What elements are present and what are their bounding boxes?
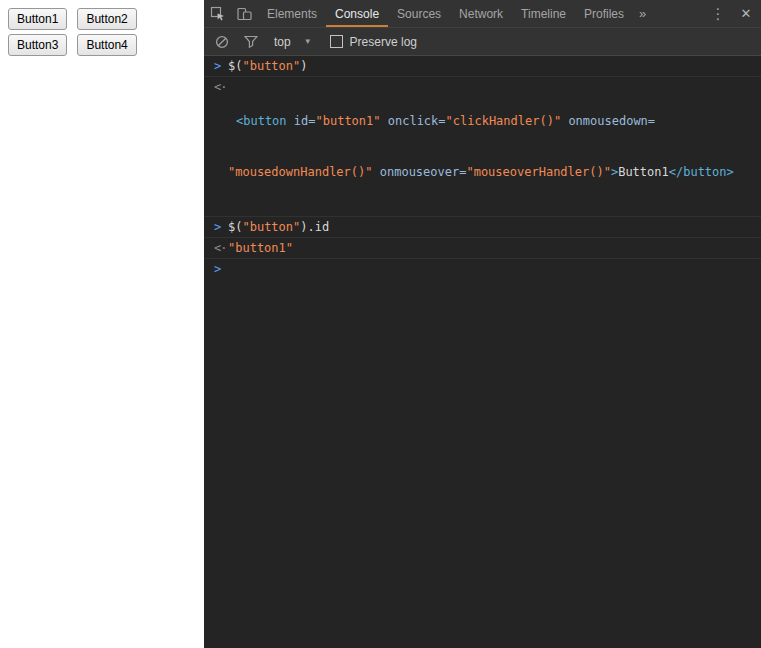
console-result-string: <· "button1": [204, 238, 761, 259]
tab-network-label: Network: [459, 7, 503, 21]
preserve-log-toggle[interactable]: Preserve log: [330, 35, 417, 49]
element-line-2: "mousedownHandler()" onmouseover="mouseo…: [228, 164, 755, 181]
tab-elements-label: Elements: [267, 7, 317, 21]
web-page: Button1 Button2 Button3 Button4: [0, 0, 204, 648]
page-button-2[interactable]: Button2: [77, 8, 136, 30]
console-command: > $("button").id: [204, 217, 761, 238]
devtools-close-icon[interactable]: ✕: [731, 0, 761, 27]
tab-console[interactable]: Console: [326, 0, 388, 27]
console-prompt-icon: >: [211, 58, 228, 75]
tab-sources-label: Sources: [397, 7, 441, 21]
console-command: > $("button"): [204, 56, 761, 77]
console-toolbar: top ▼ Preserve log: [204, 28, 761, 56]
tab-profiles-label: Profiles: [584, 7, 624, 21]
execution-context-selector[interactable]: top ▼: [274, 35, 312, 49]
button-row-2: Button3 Button4: [8, 34, 196, 56]
console-command-text: $("button"): [228, 58, 755, 75]
preserve-log-label: Preserve log: [350, 35, 417, 49]
tab-console-label: Console: [335, 7, 379, 21]
console-result-element[interactable]: <· <button id="button1" onclick="clickHa…: [204, 77, 761, 217]
device-toolbar-icon[interactable]: [231, 0, 258, 27]
tab-timeline-label: Timeline: [521, 7, 566, 21]
button-row-1: Button1 Button2: [8, 8, 196, 30]
tab-elements[interactable]: Elements: [258, 0, 326, 27]
tab-sources[interactable]: Sources: [388, 0, 450, 27]
clear-console-icon[interactable]: [215, 35, 229, 49]
tab-timeline[interactable]: Timeline: [512, 0, 575, 27]
console-command-text: $("button").id: [228, 219, 755, 236]
execution-context-label: top: [274, 35, 291, 49]
page-button-3[interactable]: Button3: [8, 34, 67, 56]
console-output: > $("button") <· <button id="button1" on…: [204, 56, 761, 279]
devtools-panel: Elements Console Sources Network Timelin…: [204, 0, 761, 648]
console-result-element-text: <button id="button1" onclick="clickHandl…: [228, 79, 755, 215]
devtools-tabbar: Elements Console Sources Network Timelin…: [204, 0, 761, 28]
page-button-4[interactable]: Button4: [77, 34, 136, 56]
tab-network[interactable]: Network: [450, 0, 512, 27]
chevron-down-icon: ▼: [304, 37, 312, 46]
inspect-element-icon[interactable]: [204, 0, 231, 27]
tab-profiles[interactable]: Profiles: [575, 0, 633, 27]
console-result-icon: <·: [211, 79, 228, 96]
more-tabs-icon[interactable]: »: [633, 0, 652, 27]
element-line-1: <button id="button1" onclick="clickHandl…: [228, 113, 755, 130]
console-prompt-icon: >: [211, 261, 228, 278]
console-result-string-text: "button1": [228, 240, 755, 257]
console-input[interactable]: >: [204, 259, 761, 279]
preserve-log-checkbox[interactable]: [330, 35, 343, 48]
console-result-icon: <·: [211, 240, 228, 257]
page-button-1[interactable]: Button1: [8, 8, 67, 30]
devtools-menu-icon[interactable]: ⋮: [705, 0, 731, 27]
console-prompt-icon: >: [211, 219, 228, 236]
tabbar-spacer: [652, 0, 705, 27]
filter-icon[interactable]: [244, 35, 258, 48]
